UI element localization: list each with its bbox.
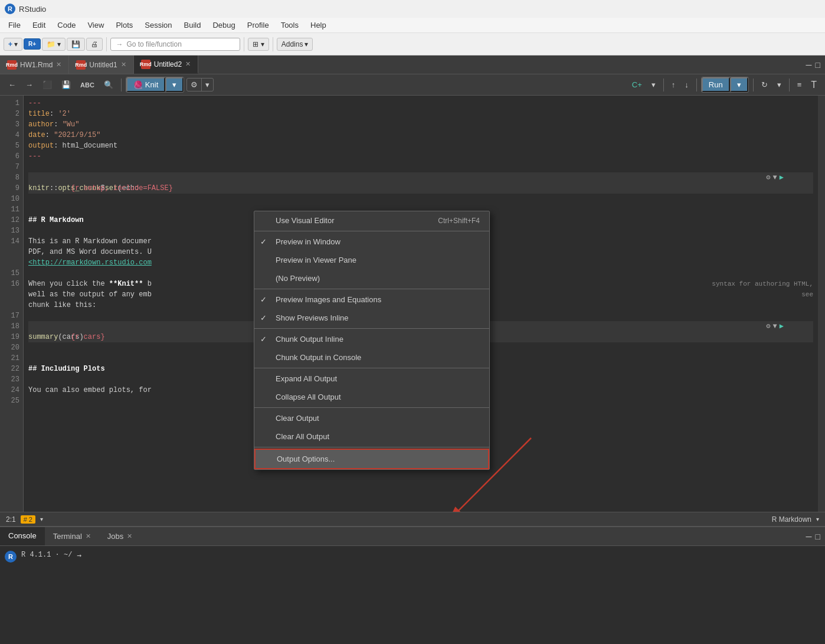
print-button[interactable]: 🖨 xyxy=(86,38,103,51)
run-above-icon-2[interactable]: ▼ xyxy=(773,321,777,332)
bottom-tabs: Console Terminal ✕ Jobs ✕ ─ □ xyxy=(0,527,825,546)
go-down-button[interactable]: ↓ xyxy=(681,79,692,91)
menu-tools[interactable]: Tools xyxy=(275,19,305,31)
run-chunk-icon-2[interactable]: ▶ xyxy=(780,321,784,332)
menu-bar: File Edit Code View Plots Session Build … xyxy=(0,18,825,33)
jobs-tab-label: Jobs xyxy=(107,532,123,541)
code-line-4: date: "2021/9/15" xyxy=(28,130,813,140)
find-button[interactable]: 🔍 xyxy=(100,79,117,91)
back-button[interactable]: ← xyxy=(5,79,19,91)
ctx-preview-images-label: Preview Images and Equations xyxy=(276,295,381,304)
number-dropdown[interactable]: ▾ xyxy=(40,516,43,522)
layout-button[interactable]: ⊞ ▾ xyxy=(248,38,269,51)
run-label: Run xyxy=(709,80,723,89)
ctx-chunk-output-inline-label: Chunk Output Inline xyxy=(276,335,343,344)
tab-untitled2[interactable]: Rmd Untitled2 ✕ xyxy=(134,55,198,74)
add-chunk-dropdown[interactable]: ▾ xyxy=(648,79,659,91)
run-button[interactable]: Run xyxy=(702,77,730,92)
ctx-use-visual-editor[interactable]: Use Visual Editor Ctrl+Shift+F4 xyxy=(254,211,489,230)
tab-bar: Rmd HW1.Rmd ✕ Rmd Untitled1 ✕ Rmd Untitl… xyxy=(0,55,825,74)
language-dropdown[interactable]: ▾ xyxy=(816,516,819,522)
untitled2-icon: Rmd xyxy=(141,60,150,69)
settings-dropdown[interactable]: ▾ xyxy=(202,79,213,91)
bottom-tab-console[interactable]: Console xyxy=(0,527,45,545)
ctx-expand-all-output[interactable]: Expand All Output xyxy=(254,370,489,388)
menu-code[interactable]: Code xyxy=(51,19,81,31)
menu-debug[interactable]: Debug xyxy=(207,19,241,31)
chunk-settings-icon[interactable]: ⚙ xyxy=(766,172,770,183)
menu-profile[interactable]: Profile xyxy=(241,19,275,31)
tab-untitled1[interactable]: Rmd Untitled1 ✕ xyxy=(69,55,133,74)
tab-untitled2-close[interactable]: ✕ xyxy=(185,60,191,68)
ctx-chunk-output-inline[interactable]: ✓ Chunk Output Inline xyxy=(254,330,489,348)
ctx-chunk-output-console[interactable]: Chunk Output in Console xyxy=(254,348,489,367)
open-file-button[interactable]: 📁 ▾ xyxy=(42,38,66,51)
settings-button[interactable]: ⚙ xyxy=(187,79,202,91)
minimize-editor-button[interactable]: ─ xyxy=(806,60,812,70)
bottom-content: R R 4.1.1 · ~/ → xyxy=(0,546,825,644)
bottom-tab-terminal[interactable]: Terminal ✕ xyxy=(45,527,99,545)
code-line-8: {r setup, include=FALSE} ⚙ ▼ ▶ xyxy=(28,172,813,183)
save-editor-button[interactable]: 💾 xyxy=(58,79,74,91)
ctx-expand-all-output-label: Expand All Output xyxy=(276,374,337,383)
rerun-button[interactable]: ↻ xyxy=(758,79,771,91)
menu-edit[interactable]: Edit xyxy=(27,19,51,31)
run-dropdown[interactable]: ▾ xyxy=(730,77,748,92)
tab-hw1rmd-close[interactable]: ✕ xyxy=(56,61,61,68)
run-chunk-icon[interactable]: ▶ xyxy=(780,172,784,183)
show-in-window-button[interactable]: ⬛ xyxy=(39,79,55,91)
forward-button[interactable]: → xyxy=(22,79,37,91)
ctx-clear-all-output[interactable]: Clear All Output xyxy=(254,427,489,446)
ctx-preview-in-viewer-label: Preview in Viewer Pane xyxy=(276,256,356,264)
code-line-1: --- xyxy=(28,98,813,109)
new-script-button[interactable]: R+ xyxy=(24,38,41,50)
maximize-bottom-button[interactable]: □ xyxy=(816,532,820,541)
add-chunk-button[interactable]: C+ xyxy=(628,79,646,91)
rerun-dropdown[interactable]: ▾ xyxy=(774,79,785,91)
maximize-editor-button[interactable]: □ xyxy=(816,60,820,70)
go-up-button[interactable]: ↑ xyxy=(668,79,679,91)
format-button[interactable]: ≡ xyxy=(794,79,806,91)
ctx-collapse-all-output[interactable]: Collapse All Output xyxy=(254,388,489,406)
ctx-no-preview[interactable]: (No Preview) xyxy=(254,269,489,287)
terminal-tab-close[interactable]: ✕ xyxy=(86,532,91,540)
run-above-icon[interactable]: ▼ xyxy=(773,172,777,183)
minimize-bottom-button[interactable]: ─ xyxy=(806,532,812,541)
spell-check-button[interactable]: ABC xyxy=(77,80,98,90)
ctx-clear-output[interactable]: Clear Output xyxy=(254,409,489,427)
ctx-preview-in-viewer[interactable]: Preview in Viewer Pane xyxy=(254,251,489,269)
chunk-settings-icon-2[interactable]: ⚙ xyxy=(766,321,770,332)
console-r-icon: R xyxy=(5,551,17,563)
ctx-preview-images[interactable]: ✓ Preview Images and Equations xyxy=(254,290,489,309)
save-button[interactable]: 💾 xyxy=(67,38,85,51)
menu-session[interactable]: Session xyxy=(139,19,178,31)
jobs-tab-close[interactable]: ✕ xyxy=(127,532,132,540)
code-line-6: --- xyxy=(28,151,813,162)
bottom-tab-jobs[interactable]: Jobs ✕ xyxy=(99,527,140,545)
tab-hw1rmd[interactable]: Rmd HW1.Rmd ✕ xyxy=(0,55,69,74)
tab-untitled1-close[interactable]: ✕ xyxy=(121,61,126,68)
console-tab-label: Console xyxy=(8,531,37,540)
knit-dropdown[interactable]: ▾ xyxy=(165,77,184,92)
addins-label: Addins xyxy=(281,40,303,48)
menu-help[interactable]: Help xyxy=(305,19,332,31)
knit-button[interactable]: 🧶 Knit xyxy=(126,77,165,92)
hw1rmd-icon: Rmd xyxy=(7,60,17,70)
settings-group: ⚙ ▾ xyxy=(186,78,214,91)
ctx-output-options[interactable]: Output Options... xyxy=(254,449,489,469)
menu-view[interactable]: View xyxy=(81,19,110,31)
goto-bar[interactable]: → Go to file/function xyxy=(110,38,240,51)
compile-button[interactable]: T xyxy=(807,78,820,92)
new-file-button[interactable]: + ▾ xyxy=(4,38,22,51)
menu-file[interactable]: File xyxy=(2,19,27,31)
ctx-use-visual-editor-shortcut: Ctrl+Shift+F4 xyxy=(438,217,480,225)
editor-scrollbar[interactable] xyxy=(818,96,825,512)
ctx-show-previews-inline[interactable]: ✓ Show Previews Inline xyxy=(254,309,489,327)
menu-plots[interactable]: Plots xyxy=(110,19,139,31)
addins-button[interactable]: Addins ▾ xyxy=(277,38,313,51)
code-editor[interactable]: 1 2 3 4 5 6 7 8 9 10 11 12 13 14 14 14 1… xyxy=(0,96,825,512)
knit-label: Knit xyxy=(145,80,158,89)
menu-build[interactable]: Build xyxy=(178,19,207,31)
title-bar: R RStudio xyxy=(0,0,825,18)
ctx-preview-in-window[interactable]: ✓ Preview in Window xyxy=(254,233,489,251)
